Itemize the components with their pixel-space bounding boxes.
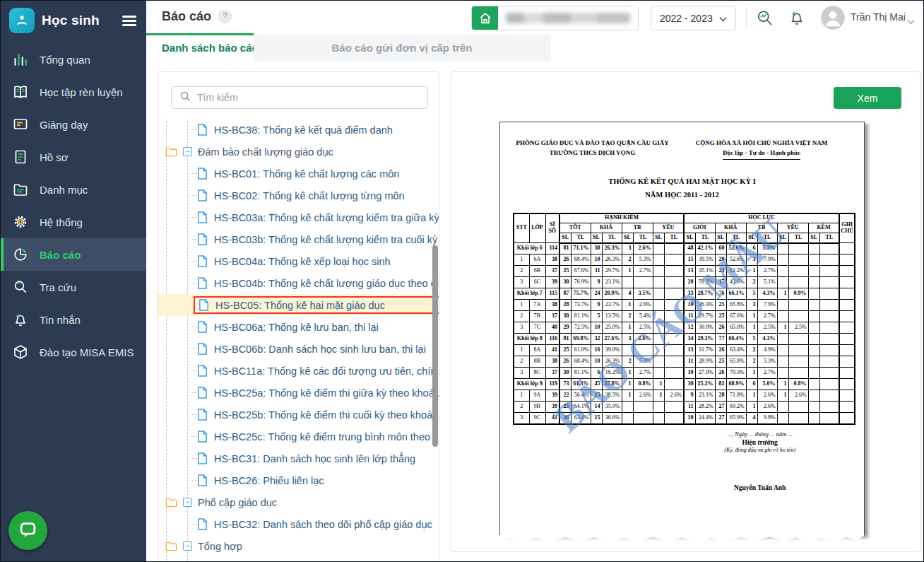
- sidebar-item-bao-cao[interactable]: Báo cáo: [1, 238, 146, 271]
- lookup-icon[interactable]: [755, 8, 774, 30]
- report-tree-item[interactable]: HS-BC31: Danh sách học sinh lên lớp thẳn…: [158, 447, 439, 469]
- report-tree-item[interactable]: HS-BC03b: Thống kê chất lượng kiểm tra c…: [158, 228, 439, 250]
- report-tree-item[interactable]: HS-BC06a: Thống kê lưu ban, thi lại: [158, 316, 439, 338]
- table-cell: 70.3%: [726, 368, 746, 379]
- folder-icon: [165, 147, 177, 157]
- table-cell: 2: [622, 356, 633, 368]
- table-cell: 81: [559, 334, 571, 345]
- report-tree-item[interactable]: HS-BC04b: Thống kê chất lượng giáo dục t…: [158, 272, 439, 294]
- collapse-icon[interactable]: −: [183, 541, 192, 551]
- table-cell: 1: [777, 379, 788, 390]
- table-cell: 119: [545, 379, 559, 390]
- page-title: Báo cáo: [162, 9, 211, 24]
- report-tree-item[interactable]: HS-BC06b: Danh sách học sinh lưu ban, th…: [158, 338, 439, 360]
- table-cell: 52.6%: [726, 243, 746, 254]
- table-cell: [653, 345, 664, 356]
- sidebar-item-ho-so[interactable]: Hồ sơ: [1, 141, 146, 173]
- chat-button[interactable]: [8, 511, 47, 550]
- table-cell: 27.0%: [695, 368, 715, 379]
- sidebar-item-tra-cuu[interactable]: Tra cứu: [1, 271, 146, 303]
- home-icon[interactable]: [472, 6, 498, 30]
- table-cell: 37.8%: [602, 379, 622, 390]
- report-tree-item[interactable]: HS-BC05: Thống kê hai mặt giáo dục: [158, 294, 439, 316]
- user-name[interactable]: Trần Thị Mai: [851, 11, 906, 23]
- tab-bao-cao-gui-don-vi-cap-tren[interactable]: Báo cáo gửi đơn vị cấp trên: [254, 35, 550, 62]
- report-tree-item[interactable]: HS-BC32: Danh sách theo dõi phổ cập giáo…: [158, 513, 439, 535]
- view-button[interactable]: Xem: [834, 87, 901, 109]
- table-cell: 37: [545, 266, 559, 277]
- report-tree-item[interactable]: HS-BC11a: Thống kê các đối tượng ưu tiên…: [158, 360, 439, 382]
- scrollbar[interactable]: [432, 245, 438, 447]
- table-cell: [622, 402, 633, 413]
- collapse-icon[interactable]: −: [183, 498, 192, 507]
- table-cell: [664, 322, 684, 334]
- sidebar-item-dao-tao-misa-emis[interactable]: Đào tạo MISA EMIS: [1, 336, 146, 368]
- report-tree-item[interactable]: HS-BC03a: Thống kê chất lượng kiểm tra g…: [158, 206, 439, 228]
- table-cell: 9: [684, 390, 695, 402]
- table-cell: [839, 402, 855, 413]
- table-cell: 25: [559, 266, 571, 277]
- tree-item-label: HS-BC05: Thống kê hai mặt giáo dục: [215, 300, 385, 311]
- school-name-blurred: [506, 13, 630, 23]
- document-icon: [11, 148, 30, 166]
- report-preview-panel: Xem PHÒNG GIÁO DỤC VÀ ĐÀO TẠO QUẬN CẦU G…: [451, 71, 921, 552]
- table-cell: 33: [684, 288, 695, 300]
- notifications-icon[interactable]: [788, 8, 806, 30]
- table-cell: 16.2%: [602, 368, 622, 379]
- table-cell: 10: [591, 254, 602, 266]
- report-tree-item[interactable]: HS-BC25b: Thống kê điểm thi cuối kỳ theo…: [158, 404, 439, 426]
- table-cell: [664, 356, 684, 368]
- table-row: Khối lớp 91197361.3%4537.8%10.8%13025.2%…: [514, 379, 855, 390]
- report-tree-item[interactable]: HS-BC25c: Thống kê điểm trung bình môn t…: [158, 426, 439, 447]
- table-cell: 5: [591, 311, 602, 322]
- sidebar-item-tong-quan[interactable]: Tổng quan: [1, 43, 146, 76]
- table-cell: 13: [684, 345, 695, 356]
- table-cell: [808, 266, 819, 277]
- school-selector[interactable]: [471, 6, 639, 30]
- chevron-down-icon[interactable]: [907, 15, 915, 28]
- collapse-icon[interactable]: −: [183, 147, 192, 156]
- report-tree-item[interactable]: −Đảm bảo chất lượng giáo dục: [158, 141, 439, 163]
- table-cell: 10: [591, 322, 602, 334]
- report-tree-item[interactable]: HS-BC02: Thống kê chất lượng từng môn: [158, 185, 439, 206]
- report-tree-item[interactable]: HS-BC25a: Thống kê điểm thi giữa kỳ theo…: [158, 382, 439, 404]
- report-tree-item[interactable]: HS-BC04a: Thống kê xếp loại học sinh: [158, 250, 439, 272]
- table-cell: [819, 300, 839, 311]
- search-input[interactable]: [171, 86, 428, 109]
- table-cell: 1: [622, 322, 633, 334]
- sidebar-item-hoc-tap-ren-luyen[interactable]: Học tập rèn luyện: [1, 76, 146, 108]
- table-cell: 77: [715, 334, 726, 345]
- sidebar-item-danh-muc[interactable]: Danh mục: [1, 173, 146, 206]
- avatar[interactable]: [821, 6, 845, 30]
- report-tree-item[interactable]: −Phổ cập giáo dục: [158, 491, 439, 513]
- tab-danh-sach-bao-cao[interactable]: Danh sách báo cáo: [146, 35, 254, 62]
- table-cell: 38: [545, 300, 559, 311]
- table-cell: 28.9%: [695, 356, 715, 368]
- report-tree-item[interactable]: −Tổng hợp: [158, 535, 439, 557]
- table-cell: 26: [559, 413, 571, 424]
- sidebar-item-he-thong[interactable]: Hệ thống: [1, 206, 146, 238]
- table-cell: 5: [746, 288, 757, 300]
- menu-toggle-icon[interactable]: [122, 16, 136, 25]
- statistics-table: STTLỚPSĨSỐHẠNH KIỂMHỌC LỰCGHICHÚTỐTKHÁTB…: [513, 213, 855, 425]
- school-year-dropdown[interactable]: 2022 - 2023: [651, 6, 736, 30]
- report-tree-item[interactable]: HS-BC38: Thống kê kết quả điểm danh: [158, 119, 439, 141]
- table-cell: [839, 368, 855, 379]
- table-row: 29B392564.1%1435.9%1128.2%2769.2%12.6%: [514, 402, 855, 413]
- report-tree-item[interactable]: HS-BC26: Phiếu liên lạc: [158, 469, 439, 491]
- help-icon[interactable]: ?: [218, 10, 232, 23]
- table-cell: 25: [559, 345, 571, 356]
- report-tree-item[interactable]: HS-BC01: Thống kê chất lượng các môn: [158, 163, 439, 185]
- table-cell: 28: [715, 390, 726, 402]
- folder-icon: [11, 180, 30, 199]
- sidebar-item-giang-day[interactable]: Giảng dạy: [1, 108, 146, 141]
- table-cell: 2.6%: [788, 390, 808, 402]
- search-field[interactable]: [197, 92, 427, 103]
- table-cell: [633, 277, 653, 288]
- table-cell: 31.7%: [695, 345, 715, 356]
- report-tree: HS-BC38: Thống kê kết quả điểm danh−Đảm …: [158, 119, 439, 562]
- table-cell: 1: [746, 390, 757, 402]
- table-cell: 66.4%: [726, 334, 746, 345]
- file-icon: [197, 189, 208, 201]
- sidebar-item-tin-nhan[interactable]: Tin nhắn: [1, 303, 146, 336]
